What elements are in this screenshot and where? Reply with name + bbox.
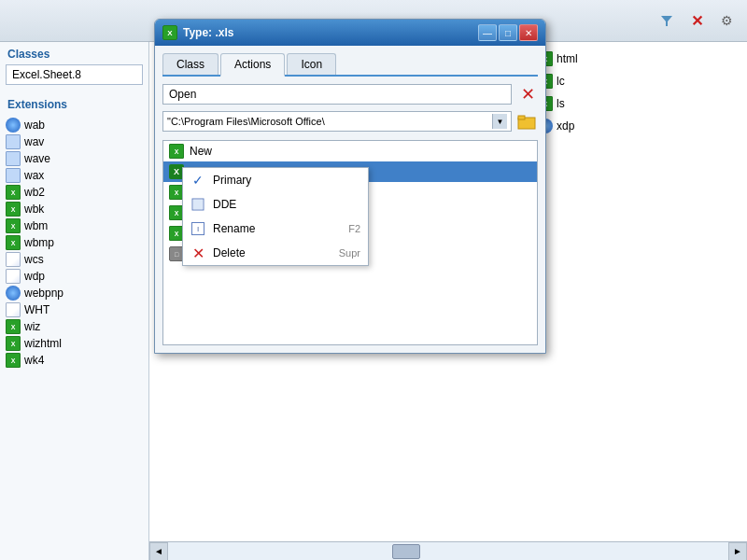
action-new-icon: X	[169, 144, 184, 159]
context-item-dde[interactable]: DDE	[183, 192, 368, 217]
tab-icon[interactable]: Icon	[287, 53, 336, 75]
tab-actions[interactable]: Actions	[220, 53, 285, 77]
rename-shortcut: F2	[348, 223, 360, 234]
action-name-input[interactable]	[162, 84, 512, 105]
action-item-new[interactable]: X New	[163, 141, 537, 161]
dialog-titlebar: X Type: .xls — □ ✕	[155, 20, 545, 46]
maximize-button[interactable]: □	[499, 24, 517, 41]
context-item-primary[interactable]: ✓ Primary	[183, 168, 368, 192]
context-item-rename[interactable]: I Rename F2	[183, 217, 368, 241]
type-dialog: X Type: .xls — □ ✕ Class Actions	[154, 19, 546, 354]
delete-x-icon: ✕	[521, 84, 535, 105]
tab-class[interactable]: Class	[162, 53, 218, 75]
rename-label: Rename	[213, 222, 330, 235]
svg-rect-4	[193, 200, 203, 209]
dialog-title-buttons: — □ ✕	[478, 24, 538, 41]
dde-label: DDE	[213, 198, 353, 211]
dialog-title-icon: X	[162, 25, 177, 40]
action-new-label: New	[190, 145, 212, 158]
svg-rect-2	[518, 116, 525, 119]
dialog-body: Class Actions Icon ✕	[155, 46, 545, 353]
context-menu: ✓ Primary	[182, 167, 369, 266]
rename-icon: I	[190, 221, 205, 236]
minimize-button[interactable]: —	[478, 24, 497, 41]
check-icon: ✓	[190, 173, 205, 188]
delete-shortcut: Supr	[339, 247, 360, 259]
browse-folder-button[interactable]	[515, 110, 538, 133]
delete-action-button[interactable]: ✕	[517, 84, 538, 105]
context-item-delete[interactable]: ✕ Delete Supr	[183, 241, 368, 265]
dialog-overlay: X Type: .xls — □ ✕ Class Actions	[0, 0, 747, 560]
path-text: "C:\Program Files\Microsoft Office\	[167, 116, 492, 127]
actions-list-area: X New X Open X O... X	[162, 140, 538, 345]
delete-menu-icon: ✕	[190, 245, 205, 260]
main-window: ✕ ⚙ Classes Excel.Sheet.8 Extensions wab…	[0, 0, 747, 560]
close-button[interactable]: ✕	[519, 24, 538, 41]
action-input-row: ✕	[162, 84, 538, 105]
delete-label: Delete	[213, 246, 328, 259]
dialog-tabs: Class Actions Icon	[162, 53, 538, 77]
path-combo[interactable]: "C:\Program Files\Microsoft Office\ ▼	[162, 111, 512, 132]
primary-label: Primary	[213, 174, 353, 187]
path-dropdown-arrow[interactable]: ▼	[492, 114, 507, 129]
dialog-title: Type: .xls	[183, 26, 478, 39]
dde-icon	[190, 197, 205, 212]
path-row: "C:\Program Files\Microsoft Office\ ▼	[162, 110, 538, 133]
